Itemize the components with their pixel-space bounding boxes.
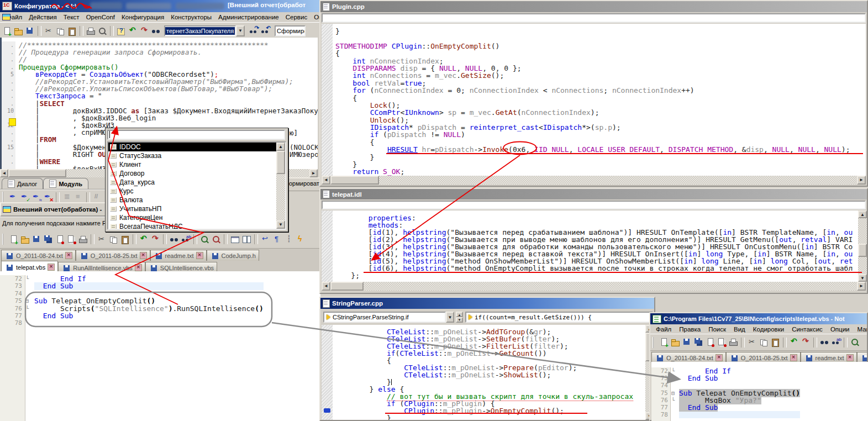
findnext-icon[interactable] bbox=[249, 27, 259, 36]
search-combobox-arrow[interactable]: ▼ bbox=[236, 25, 245, 36]
helpwin-icon[interactable] bbox=[116, 27, 127, 36]
find-icon[interactable] bbox=[819, 338, 830, 347]
findprev-icon[interactable] bbox=[260, 27, 271, 36]
cut-icon[interactable] bbox=[747, 338, 757, 347]
menu-item[interactable]: Действия bbox=[25, 13, 60, 22]
menu-item[interactable]: Администрирование bbox=[215, 13, 282, 22]
redo-icon[interactable] bbox=[150, 235, 161, 244]
procedure-field[interactable]: Сформировать bbox=[275, 25, 306, 36]
nav-spin-down[interactable]: ▼ bbox=[456, 317, 463, 323]
folder-icon[interactable] bbox=[20, 235, 30, 244]
gr1-icon[interactable] bbox=[62, 192, 72, 202]
dropdown-item[interactable]: Клиент bbox=[108, 160, 285, 169]
tab-close-button[interactable]: ✕ bbox=[716, 354, 723, 361]
menu-item[interactable]: Конструкторы bbox=[167, 13, 215, 22]
win1-icon[interactable] bbox=[230, 235, 240, 244]
tab-close-button[interactable]: ✕ bbox=[140, 252, 147, 259]
pageplus-icon[interactable] bbox=[2, 27, 12, 36]
plugin-h-scrollbar[interactable]: ◄ ► bbox=[322, 176, 866, 185]
find-icon[interactable] bbox=[151, 27, 161, 36]
pen-icon[interactable] bbox=[8, 192, 19, 202]
win2-icon[interactable] bbox=[241, 235, 252, 244]
menu-item[interactable]: Опции bbox=[827, 325, 853, 334]
undo-icon[interactable] bbox=[128, 27, 138, 36]
find-icon[interactable] bbox=[169, 235, 180, 244]
undo-icon[interactable] bbox=[139, 235, 149, 244]
pagesx-icon[interactable] bbox=[717, 338, 727, 347]
preview-icon[interactable] bbox=[97, 27, 108, 36]
dropdown-item[interactable]: ВсегдаПечататьНДС bbox=[108, 222, 285, 230]
guide-icon[interactable] bbox=[283, 235, 294, 244]
tab-close-button[interactable]: ✕ bbox=[135, 264, 142, 271]
toolbar-grip[interactable] bbox=[2, 192, 6, 203]
menu-item[interactable]: Конфигурация bbox=[118, 13, 167, 22]
pagesx-icon[interactable] bbox=[66, 235, 77, 244]
menu-item[interactable]: Правка bbox=[676, 325, 704, 334]
dropdown-item[interactable]: Договор bbox=[108, 169, 285, 178]
gr2-icon[interactable] bbox=[73, 192, 84, 202]
tab-close-button[interactable]: ✕ bbox=[196, 252, 203, 259]
search-combobox[interactable]: тернетЗаказПокупателя bbox=[164, 25, 236, 36]
floppy-icon[interactable] bbox=[25, 27, 35, 36]
npp-editor[interactable]: 72737475767778 └ ⊟└ End If End Sub Sub T… bbox=[651, 362, 868, 421]
paste-icon[interactable] bbox=[770, 338, 781, 347]
nppl-editor[interactable]: 72737475767778 └ ⊟└ End If End Sub Sub T… bbox=[0, 271, 320, 421]
pagex-icon[interactable] bbox=[705, 338, 716, 347]
para-icon[interactable] bbox=[272, 235, 282, 244]
cut-icon[interactable] bbox=[97, 235, 107, 244]
tab-close-button[interactable]: ✕ bbox=[846, 354, 854, 361]
paste-icon[interactable] bbox=[120, 235, 130, 244]
tab-Code[interactable]: Code bbox=[857, 352, 867, 363]
menu-item[interactable]: Вид bbox=[730, 325, 749, 334]
floppy-icon[interactable] bbox=[682, 338, 692, 347]
penx-icon[interactable] bbox=[43, 192, 54, 202]
pen3-icon[interactable] bbox=[31, 192, 42, 202]
nppl-fold-column[interactable]: └ ⊟└ bbox=[25, 275, 32, 327]
folder-icon[interactable] bbox=[670, 338, 681, 347]
tab-CodeJump.h[interactable]: CodeJump.h bbox=[207, 250, 259, 261]
menu-item[interactable]: Кодировки bbox=[750, 325, 787, 334]
tab-close-button[interactable]: ✕ bbox=[790, 354, 797, 361]
tab-dialog[interactable]: Диалог bbox=[2, 178, 43, 189]
dropdown-item[interactable]: IDDOC bbox=[108, 143, 277, 151]
menu-item[interactable]: Файл bbox=[653, 325, 675, 334]
copy-icon[interactable] bbox=[759, 338, 769, 347]
autocomplete-scrollbar[interactable]: ▲ ▼ bbox=[276, 143, 285, 229]
folder-icon[interactable] bbox=[13, 27, 24, 36]
pagex-icon[interactable] bbox=[55, 235, 65, 244]
stringparser-code-area[interactable]: CTeleList::m_pOneList->AddTGroup(&gr); C… bbox=[333, 325, 645, 420]
replace-icon[interactable] bbox=[831, 338, 841, 347]
toolbar-grip[interactable] bbox=[653, 337, 656, 348]
replace-icon[interactable] bbox=[181, 235, 191, 244]
dropdown-item[interactable]: КатегорияЦен bbox=[108, 213, 285, 222]
context-line-field[interactable]: if((count=m_result.GetSize())) { bbox=[465, 312, 653, 323]
copy-icon[interactable] bbox=[55, 27, 66, 36]
pen2-icon[interactable] bbox=[20, 192, 30, 202]
menu-item[interactable]: Синтаксис bbox=[788, 325, 826, 334]
dropdown-item[interactable]: СтатусЗаказа bbox=[108, 151, 285, 160]
tab-readme.txt[interactable]: readme.txt✕ bbox=[801, 352, 857, 363]
floppies-icon[interactable] bbox=[43, 235, 54, 244]
idl-code-area[interactable]: properties: methods: [id(1), helpstring(… bbox=[333, 211, 858, 282]
zoomin-icon[interactable] bbox=[850, 338, 860, 347]
tab-O_2011-08-24.txt[interactable]: O_2011-08-24.txt✕ bbox=[1, 250, 76, 261]
print-icon[interactable] bbox=[86, 27, 96, 36]
zoomout-icon[interactable] bbox=[211, 235, 222, 244]
pageplus-icon[interactable] bbox=[659, 338, 669, 347]
dropdown-item[interactable]: Валюта bbox=[108, 196, 285, 204]
bolt-icon[interactable] bbox=[295, 235, 306, 244]
redo-icon[interactable] bbox=[139, 27, 150, 36]
idl-h-scrollbar[interactable]: ◄ ► bbox=[322, 282, 866, 291]
menu-item[interactable]: Текст bbox=[60, 13, 83, 22]
zoomin-icon[interactable] bbox=[199, 235, 210, 244]
paste-icon[interactable] bbox=[67, 27, 77, 36]
autocomplete-input[interactable] bbox=[107, 130, 285, 140]
tab-O_2011-08-24.txt[interactable]: O_2011-08-24.txt✕ bbox=[651, 352, 726, 363]
gr3-icon[interactable] bbox=[92, 192, 103, 202]
copy-icon[interactable] bbox=[108, 235, 119, 244]
npp-fold-column[interactable]: └ ⊟└ bbox=[671, 367, 678, 418]
floppies-icon[interactable] bbox=[693, 338, 704, 347]
print-icon[interactable] bbox=[728, 338, 739, 347]
pageplus-icon[interactable] bbox=[8, 235, 19, 244]
idl-v-scrollbar[interactable]: ▲ ▼ bbox=[858, 211, 867, 282]
